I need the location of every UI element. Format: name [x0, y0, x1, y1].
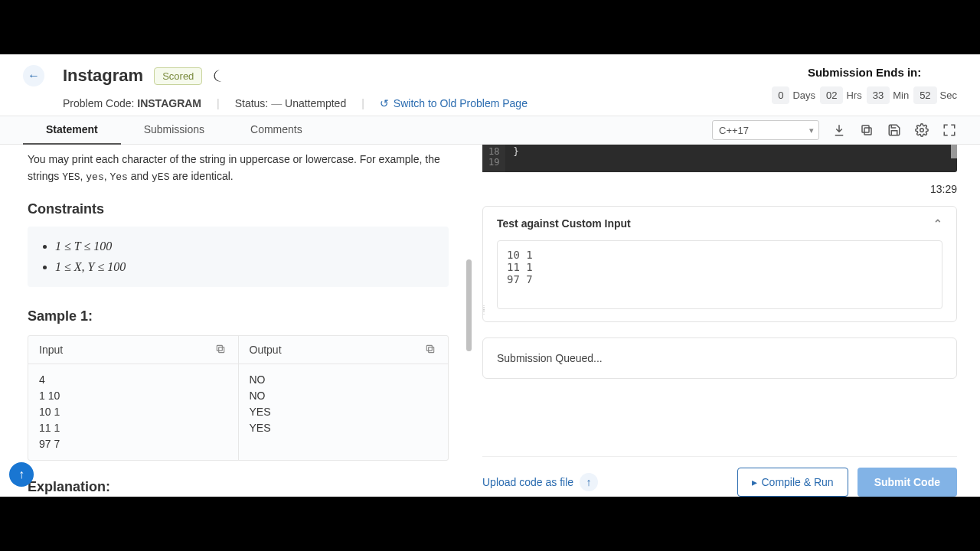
statement-scrollbar[interactable] [466, 259, 472, 351]
svg-rect-5 [429, 347, 434, 352]
fullscreen-icon[interactable] [942, 122, 957, 138]
sec-label: Sec [940, 90, 957, 101]
compile-run-button[interactable]: ▸ Compile & Run [737, 468, 848, 497]
arrow-up-icon: ↑ [18, 468, 24, 481]
explanation-heading: Explanation: [28, 479, 449, 495]
min-label: Min [893, 90, 909, 101]
svg-rect-1 [862, 126, 869, 132]
refresh-icon: ↺ [380, 97, 389, 109]
upload-label: Upload code as file [482, 476, 573, 488]
code-content: } [505, 145, 526, 172]
statement-pane[interactable]: You may print each character of the stri… [0, 145, 472, 497]
problem-code: Problem Code: INSTAGRAM [63, 97, 201, 109]
sample-heading: Sample 1: [28, 308, 449, 324]
separator: | [217, 97, 220, 109]
custom-input-header[interactable]: Test against Custom Input ⌃ [483, 207, 956, 240]
yes-var2: yes [86, 171, 103, 183]
editor-scrollbar[interactable] [951, 145, 957, 158]
moon-icon [213, 69, 227, 83]
timer-block: Submission Ends in: 0Days 02Hrs 33Min 52… [772, 66, 957, 104]
svg-rect-0 [864, 128, 871, 135]
constraints-box: 1 ≤ T ≤ 100 1 ≤ X, Y ≤ 100 [28, 227, 449, 286]
sec-value: 52 [913, 86, 936, 104]
upload-icon: ↑ [580, 473, 598, 491]
switch-old-page-link[interactable]: ↺ Switch to Old Problem Page [380, 97, 528, 109]
svg-rect-4 [217, 345, 222, 350]
copy-icon[interactable] [859, 122, 874, 138]
tab-submissions[interactable]: Submissions [121, 116, 227, 145]
submit-code-button[interactable]: Submit Code [858, 468, 957, 497]
svg-rect-6 [426, 345, 432, 350]
letterbox-top [0, 0, 980, 54]
output-column: Output NO NO YES YES [239, 336, 449, 460]
submission-status-panel: Submission Queued... [482, 337, 957, 379]
page-title: Instagram [63, 66, 143, 86]
line-gutter: 18 19 [482, 145, 505, 172]
settings-icon[interactable] [914, 122, 929, 138]
status: Status: — Unattempted [235, 97, 347, 109]
output-label: Output [250, 344, 282, 356]
editor-timestamp: 13:29 [482, 183, 957, 195]
upload-code-link[interactable]: Upload code as file ↑ [482, 473, 598, 491]
compile-label: Compile & Run [762, 476, 834, 488]
code-line-18: } [513, 146, 518, 157]
status-value: Unattempted [285, 97, 346, 109]
desc-post: are identical. [169, 170, 233, 182]
constraints-heading: Constraints [28, 201, 449, 217]
custom-input-panel: Test against Custom Input ⌃ 10 1 11 1 97… [482, 206, 957, 322]
constraint-2: 1 ≤ X, Y ≤ 100 [55, 256, 435, 277]
tab-statement[interactable]: Statement [23, 116, 121, 145]
timer-title: Submission Ends in: [772, 66, 957, 79]
dark-mode-toggle[interactable] [213, 68, 228, 83]
yes-var4: yES [152, 171, 169, 183]
sample-table: Input 4 1 10 10 1 11 1 97 7 Output NO NO… [28, 335, 449, 461]
status-label: Status: [235, 97, 269, 109]
separator: | [361, 97, 364, 109]
main-split: You may print each character of the stri… [0, 145, 980, 497]
svg-rect-3 [218, 347, 224, 352]
scored-badge: Scored [154, 67, 202, 85]
input-column: Input 4 1 10 10 1 11 1 97 7 [28, 336, 239, 460]
copy-input-button[interactable] [215, 344, 227, 356]
tab-comments[interactable]: Comments [227, 116, 325, 145]
toolbar: Statement Submissions Comments C++17 [0, 116, 980, 145]
language-select[interactable]: C++17 [712, 120, 819, 140]
copy-output-button[interactable] [425, 344, 437, 356]
output-body: NO NO YES YES [239, 364, 449, 444]
save-icon[interactable] [887, 122, 902, 138]
line-number-18: 18 [488, 146, 499, 157]
download-icon[interactable] [831, 122, 847, 138]
svg-point-2 [920, 129, 924, 132]
queue-text: Submission Queued... [497, 352, 603, 364]
code-editor[interactable]: 18 19 } [482, 145, 957, 172]
language-value: C++17 [719, 125, 749, 136]
hrs-value: 02 [820, 86, 843, 104]
timer-units: 0Days 02Hrs 33Min 52Sec [772, 86, 957, 104]
days-label: Days [792, 90, 815, 101]
min-value: 33 [867, 86, 890, 104]
constraint-1: 1 ≤ T ≤ 100 [55, 236, 435, 256]
app-container: ← Instagram Scored Problem Code: INSTAGR… [0, 54, 980, 497]
arrow-left-icon: ← [28, 69, 40, 83]
description-text: You may print each character of the stri… [28, 151, 449, 186]
days-value: 0 [772, 86, 789, 104]
and: and [128, 170, 152, 182]
input-label: Input [39, 344, 63, 356]
back-button[interactable]: ← [23, 65, 44, 86]
hrs-label: Hrs [846, 90, 861, 101]
play-icon: ▸ [752, 476, 757, 488]
custom-input-title: Test against Custom Input [497, 217, 631, 230]
editor-toolbar: C++17 [712, 120, 957, 140]
tabs: Statement Submissions Comments [23, 116, 325, 145]
scroll-top-fab[interactable]: ↑ [9, 462, 34, 487]
custom-input-textarea[interactable]: 10 1 11 1 97 7 [497, 240, 942, 309]
problem-code-label: Problem Code: [63, 97, 134, 109]
chevron-up-icon: ⌃ [933, 217, 942, 230]
input-body: 4 1 10 10 1 11 1 97 7 [28, 364, 238, 460]
problem-code-value: INSTAGRAM [137, 97, 201, 109]
line-number-19: 19 [488, 157, 499, 168]
comma2: , [104, 170, 110, 182]
yes-var1: YES [62, 171, 80, 183]
editor-pane: 18 19 } 13:29 Test against Custom Input … [472, 145, 980, 497]
status-dash: — [271, 97, 282, 109]
